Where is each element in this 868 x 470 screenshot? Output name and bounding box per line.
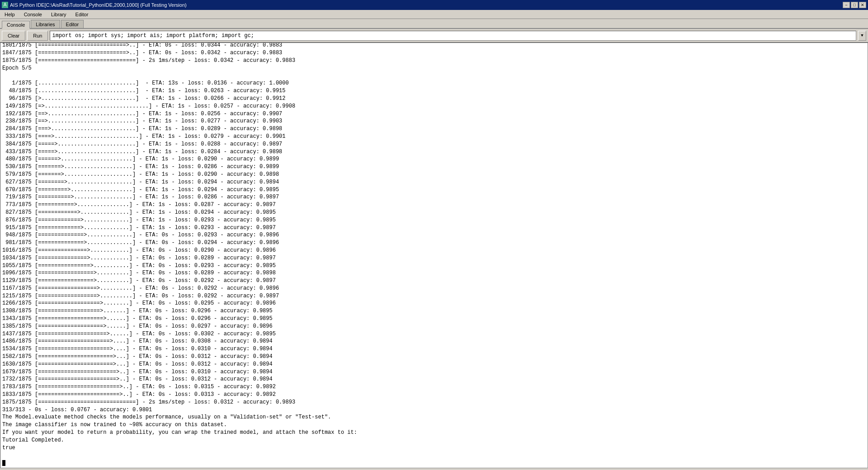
- minimize-button[interactable]: −: [843, 2, 850, 8]
- run-button[interactable]: Run: [27, 31, 48, 41]
- clear-button[interactable]: Clear: [2, 31, 25, 41]
- tab-editor[interactable]: Editor: [61, 20, 84, 28]
- menu-help[interactable]: Help: [2, 10, 18, 19]
- title-bar: A AIS Python IDE[C:\AisRad\Tutorial_Pyth…: [0, 0, 868, 10]
- cursor-line: [2, 451, 5, 467]
- title-bar-title: AIS Python IDE[C:\AisRad\Tutorial_Python…: [10, 2, 187, 8]
- menu-library[interactable]: Library: [48, 10, 69, 19]
- menu-console[interactable]: Console: [21, 10, 45, 19]
- console-output[interactable]: 1709/1875 [===========================>.…: [0, 42, 868, 468]
- maximize-button[interactable]: □: [851, 2, 858, 8]
- toolbar: Clear Run ▼: [0, 29, 868, 42]
- cursor: [2, 460, 5, 466]
- menu-bar: Help Console Library Editor: [0, 10, 868, 19]
- title-bar-buttons: − □ ✕: [843, 2, 866, 8]
- app-icon: A: [2, 2, 8, 8]
- tab-console[interactable]: Console: [2, 21, 30, 29]
- tab-bar: Console Libraries Editor: [0, 19, 868, 29]
- close-button[interactable]: ✕: [859, 2, 866, 8]
- command-dropdown[interactable]: ▼: [858, 31, 866, 41]
- menu-editor[interactable]: Editor: [73, 10, 91, 19]
- console-text: 1709/1875 [===========================>.…: [2, 42, 357, 451]
- command-input[interactable]: [50, 31, 856, 41]
- title-bar-left: A AIS Python IDE[C:\AisRad\Tutorial_Pyth…: [2, 2, 187, 8]
- tab-libraries[interactable]: Libraries: [31, 20, 60, 28]
